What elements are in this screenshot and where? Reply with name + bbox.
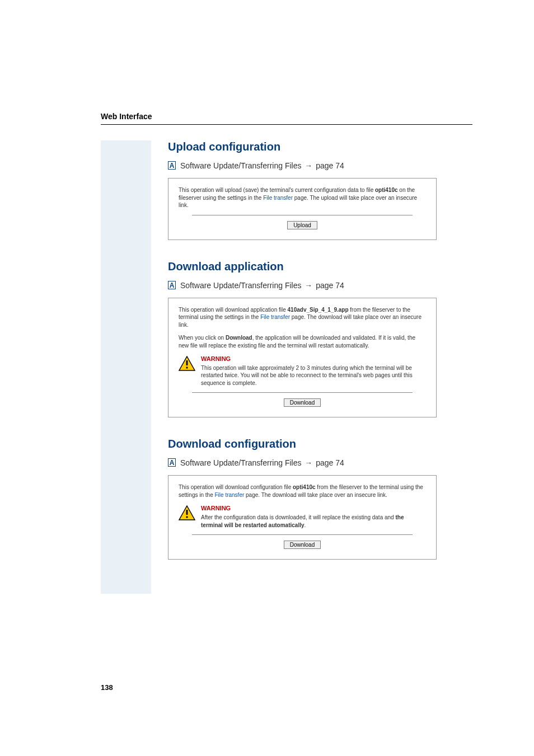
dlcfg-p1-a: This operation will download configurati…: [179, 484, 293, 490]
download-app-desc2: When you click on Download, the applicat…: [179, 334, 426, 349]
upload-title: Upload configuration: [168, 140, 437, 153]
reference-letter-box: A: [168, 458, 176, 467]
warning-icon: [179, 356, 195, 387]
reference-page: page 74: [316, 458, 344, 467]
arrow-icon: →: [305, 458, 312, 467]
reference-text: Software Update/Transferring Files: [180, 458, 302, 467]
dlapp-filename: 410adv_Sip_4_1_9.app: [288, 307, 349, 313]
upload-reference: A Software Update/Transferring Files → p…: [168, 161, 437, 170]
svg-rect-5: [186, 516, 188, 518]
upload-desc-a: This operation will upload (save) the te…: [179, 187, 375, 193]
reference-text: Software Update/Transferring Files: [180, 281, 302, 290]
dlapp-p2-a: When you click on: [179, 335, 226, 341]
upload-panel: This operation will upload (save) the te…: [168, 178, 437, 240]
dlapp-download-word: Download: [226, 335, 252, 341]
dlcfg-warn-b: .: [305, 522, 306, 528]
dlcfg-warn-a: After the configuration data is download…: [201, 514, 395, 520]
download-cfg-panel: This operation will download configurati…: [168, 475, 437, 560]
warning-title: WARNING: [201, 504, 426, 513]
download-cfg-title: Download configuration: [168, 438, 437, 450]
svg-rect-1: [186, 360, 188, 365]
panel-divider: [192, 215, 413, 215]
download-app-reference: A Software Update/Transferring Files → p…: [168, 281, 437, 290]
dlcfg-filename: opti410c: [293, 484, 316, 490]
warning-text: This operation will take approximately 2…: [201, 364, 426, 387]
file-transfer-link[interactable]: File transfer: [214, 492, 244, 498]
warning-icon: [179, 505, 195, 529]
left-accent-bar: [101, 140, 151, 594]
dlapp-p1-a: This operation will download application…: [179, 307, 288, 313]
section-download-cfg: Download configuration A Software Update…: [168, 438, 437, 560]
download-app-panel: This operation will download application…: [168, 298, 437, 418]
header-rule: [101, 124, 472, 125]
upload-description: This operation will upload (save) the te…: [179, 186, 426, 209]
upload-button[interactable]: Upload: [287, 221, 317, 229]
warning-body: WARNING After the configuration data is …: [201, 504, 426, 529]
panel-divider: [192, 392, 413, 393]
download-cfg-warning: WARNING After the configuration data is …: [179, 504, 426, 529]
download-cfg-desc: This operation will download configurati…: [179, 483, 426, 499]
reference-page: page 74: [316, 161, 344, 170]
svg-rect-2: [186, 367, 188, 369]
page-number: 138: [101, 683, 113, 692]
dlcfg-p1-c: page. The download will take place over …: [244, 492, 387, 498]
svg-rect-4: [186, 510, 188, 515]
arrow-icon: →: [305, 281, 312, 290]
download-app-button[interactable]: Download: [284, 398, 321, 407]
warning-body: WARNING This operation will take approxi…: [201, 355, 426, 387]
warning-title: WARNING: [201, 355, 426, 363]
warning-text: After the configuration data is download…: [201, 514, 426, 529]
file-transfer-link[interactable]: File transfer: [263, 195, 293, 201]
reference-text: Software Update/Transferring Files: [180, 161, 302, 170]
reference-letter-box: A: [168, 281, 176, 289]
download-app-desc1: This operation will download application…: [179, 306, 426, 329]
download-cfg-reference: A Software Update/Transferring Files → p…: [168, 458, 437, 467]
arrow-icon: →: [305, 161, 312, 170]
upload-filename: opti410c: [375, 187, 398, 193]
download-app-warning: WARNING This operation will take approxi…: [179, 355, 426, 387]
download-cfg-button[interactable]: Download: [284, 541, 321, 549]
running-header: Web Interface: [101, 112, 472, 121]
reference-page: page 74: [316, 281, 344, 290]
panel-divider: [192, 534, 413, 535]
file-transfer-link[interactable]: File transfer: [260, 314, 290, 320]
section-download-app: Download application A Software Update/T…: [168, 260, 437, 418]
reference-letter-box: A: [168, 161, 176, 170]
download-app-title: Download application: [168, 260, 437, 273]
section-upload: Upload configuration A Software Update/T…: [168, 140, 437, 240]
